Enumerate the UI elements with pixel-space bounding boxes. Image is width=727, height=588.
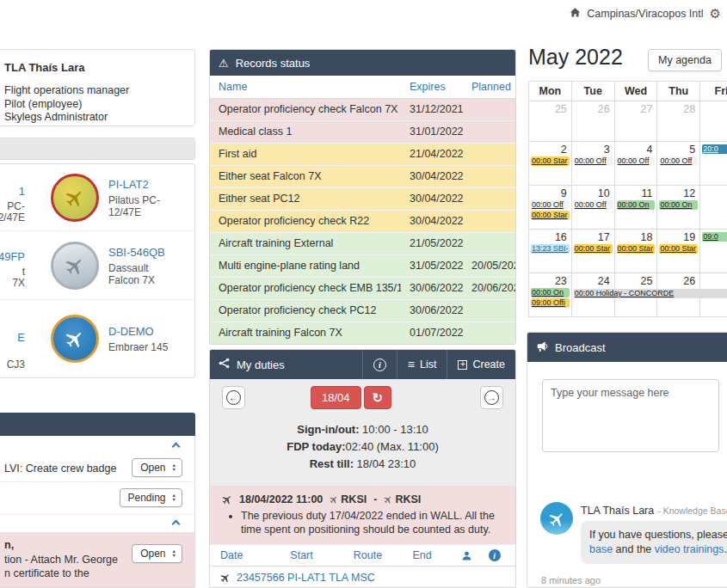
calendar-day-cell[interactable]: 26 <box>571 101 614 142</box>
duty-badge[interactable]: 13:23 SBI- <box>531 244 570 254</box>
calendar-day-cell[interactable]: 1200:00 On <box>657 186 700 230</box>
date-button[interactable]: 18/04 <box>311 386 361 409</box>
task-status-value: Open <box>140 548 165 560</box>
chevron-up-icon[interactable] <box>172 520 181 529</box>
duty-badge[interactable]: 00:00 Star <box>617 244 656 254</box>
duty-badge[interactable]: 00:00 Star <box>531 156 570 166</box>
duty-badge[interactable]: 00:00 Star <box>659 244 698 254</box>
collapsed-section-bar[interactable] <box>0 138 195 160</box>
col-header-expires[interactable]: Expires <box>401 76 463 99</box>
calendar-day-cell[interactable]: 2400:00 Holiday - CONCORDE <box>571 273 614 317</box>
gear-icon[interactable]: ⚙ <box>710 6 721 21</box>
aircraft-model: Falcon 7X <box>108 273 165 285</box>
day-number <box>701 102 727 103</box>
calendar-day-cell[interactable]: 1000:00 Off <box>571 186 614 230</box>
record-name: Aircraft training Falcon 7X <box>210 322 401 345</box>
calendar-day-cell[interactable]: 25 <box>529 101 572 142</box>
author-name: TLA Thaís Lara <box>581 505 654 517</box>
record-expires: 21/04/2022 <box>401 144 463 166</box>
knowledge-base-link[interactable]: base <box>589 543 613 555</box>
record-name: Medical class 1 <box>210 121 401 144</box>
calendar-day-cell[interactable] <box>700 186 727 230</box>
refresh-button[interactable]: ↻ <box>364 386 392 409</box>
records-status-title: Records status <box>236 57 311 70</box>
day-number: 2 <box>530 143 570 156</box>
calendar-day-cell[interactable]: 28 <box>657 101 700 142</box>
message-timestamp: 8 minutes ago <box>541 575 601 585</box>
author-suffix: - Knowledge Base <box>657 505 727 516</box>
record-planned <box>463 121 515 144</box>
calendar-dow-row: Mon Tue Wed Thu Fri <box>529 82 727 101</box>
col-header-name[interactable]: Name <box>210 76 401 99</box>
holiday-badge[interactable]: 00:00 Holiday - CONCORDE <box>574 289 727 298</box>
aircraft-reg-link[interactable]: PI-LAT2 <box>108 177 160 190</box>
duty-badge[interactable]: 00:00 Off <box>531 200 570 210</box>
calendar-day-cell[interactable]: 2300:00 On09:00 Offi <box>529 273 572 317</box>
task-status-select[interactable]: Open ▲▼ <box>132 544 182 563</box>
calendar-day-cell[interactable]: 1900:00 Star <box>657 230 700 273</box>
day-number: 26 <box>658 274 699 287</box>
duty-badge[interactable]: 00:00 On <box>659 200 698 210</box>
sign-in-out-line: Sign-in/out: 10:00 - 13:10 <box>219 424 507 435</box>
day-number <box>701 274 727 275</box>
record-expires: 21/05/2022 <box>401 233 463 255</box>
record-name: Operator proficiency check PC12 <box>210 300 401 322</box>
calendar-day-cell[interactable]: 1100:00 On <box>614 186 657 230</box>
duty-badge[interactable]: 00:00 On <box>617 200 656 210</box>
next-day-button[interactable]: → <box>480 386 503 409</box>
duty-badge[interactable]: 00:00 Off <box>574 156 613 166</box>
calendar-day-cell[interactable]: 1613:23 SBI- <box>529 230 572 273</box>
home-icon[interactable] <box>570 7 581 21</box>
calendar-day-cell[interactable]: 900:00 Off00:00 Star <box>529 186 572 230</box>
duty-flight-link[interactable]: 23457566 PI-LAT1 TLA MSC <box>237 572 375 584</box>
calendar-day-cell[interactable]: 300:00 Off <box>571 142 614 186</box>
task-status-select[interactable]: Open ▲▼ <box>132 458 182 477</box>
duty-badge[interactable]: 00:00 Star <box>574 244 613 254</box>
aircraft-reg-link[interactable]: SBI-546QB <box>108 245 165 258</box>
base-location-link[interactable]: Campinas/Viracopos Intl <box>587 8 703 20</box>
video-trainings-link[interactable]: video trainings <box>655 543 724 555</box>
duty-badge[interactable]: 00:00 Off <box>659 156 698 166</box>
chevron-up-icon[interactable] <box>172 443 181 451</box>
duty-flight-row[interactable]: 23457566 PI-LAT1 TLA MSC <box>210 567 515 588</box>
duty-badge[interactable]: 09:00 Offi <box>531 298 570 308</box>
calendar-day-cell[interactable]: 09:0 <box>700 230 727 273</box>
calendar-day-cell[interactable] <box>700 101 727 142</box>
calendar-day-cell[interactable]: 1700:00 Star <box>571 230 614 273</box>
record-planned: 20/05/2022 <box>463 255 515 278</box>
my-agenda-button[interactable]: My agenda <box>648 49 722 71</box>
duties-info-button[interactable]: i <box>362 350 397 379</box>
select-arrows-icon: ▲▼ <box>172 493 176 501</box>
broadcast-title: Broadcast <box>555 341 606 354</box>
broadcast-message-input[interactable] <box>542 379 719 452</box>
col-header-planned[interactable]: Planned <box>463 76 515 99</box>
aircraft-photo[interactable] <box>51 315 99 363</box>
calendar-month-title: May 2022 <box>528 45 623 70</box>
previous-day-button[interactable]: ← <box>222 386 245 409</box>
duty-badge[interactable]: 20:0 <box>702 144 727 154</box>
share-icon <box>219 358 230 371</box>
duty-badge[interactable]: 00:00 Off <box>574 200 613 210</box>
aircraft-model: Dassault <box>108 261 165 273</box>
calendar-day-cell[interactable]: 400:00 Off <box>614 142 657 186</box>
aircraft-photo[interactable] <box>51 242 99 290</box>
duty-badge[interactable]: 09:0 <box>702 232 727 242</box>
duties-create-button[interactable]: + Create <box>447 350 515 379</box>
aircraft-photo[interactable] <box>51 174 99 222</box>
duty-badge[interactable]: 00:00 Off <box>617 156 656 166</box>
broadcast-header: Broadcast <box>527 333 727 362</box>
tasks-panel-header <box>0 413 195 436</box>
duty-alert-datetime: 18/04/2022 11:00 <box>239 493 323 505</box>
aircraft-reg-link[interactable]: D-DEMO <box>108 325 168 338</box>
duty-badge[interactable]: 00:00 On <box>531 288 570 297</box>
calendar-day-cell[interactable]: 1800:00 Star <box>614 230 657 273</box>
calendar-day-cell[interactable]: 27 <box>614 101 657 142</box>
duty-badge[interactable]: 00:00 Star <box>531 211 570 220</box>
calendar-day-cell[interactable]: 200:00 Star <box>529 142 572 186</box>
duties-list-button[interactable]: ≡ List <box>397 350 447 379</box>
task-status-select[interactable]: Pending ▲▼ <box>120 488 183 507</box>
task-text: n certificate to the <box>4 567 181 580</box>
calendar-day-cell[interactable]: 500:00 Off <box>657 142 700 186</box>
calendar-day-cell[interactable]: 20:0 <box>700 142 727 186</box>
records-table: Name Expires Planned Operator proficienc… <box>210 76 515 344</box>
